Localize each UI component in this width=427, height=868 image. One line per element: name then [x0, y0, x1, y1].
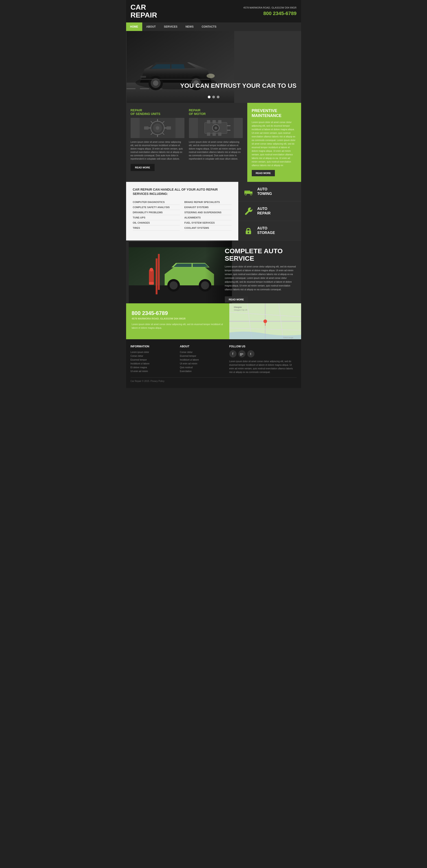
svg-point-59	[263, 319, 267, 323]
auto-list-col-right: BRAKE REPAIR SPECIALISTS EXHAUST SYSTEMS…	[185, 199, 232, 230]
list-item: TUNE-UPS	[133, 215, 180, 220]
complete-service-btn[interactable]: READ MORE	[225, 297, 248, 303]
contact-desc: Lorem ipsum dolor sit amet conse ctetur …	[132, 323, 224, 330]
footer-about-title: ABOUT	[180, 345, 225, 348]
auto-list-left: COMPUTER DIAGNOSTICS COMPLETE SAFETY ANA…	[133, 199, 180, 230]
list-item: Conse ctetur	[131, 354, 175, 358]
auto-list-col-left: COMPUTER DIAGNOSTICS COMPLETE SAFETY ANA…	[133, 199, 180, 230]
svg-rect-13	[140, 76, 146, 78]
services-maintenance: PREVENTIVE MAINTENANCE Lorem ipsum dolor…	[247, 103, 301, 182]
auto-list-right: BRAKE REPAIR SPECIALISTS EXHAUST SYSTEMS…	[185, 199, 232, 230]
contact-left: 800 2345-6789 4578 MARMORA ROAD, GLASGOW…	[126, 303, 229, 339]
footer-copyright: Car Repair © 2015. Privacy Policy	[131, 377, 297, 382]
svg-text:©2015 Google: ©2015 Google	[283, 337, 293, 339]
service-motor: REPAIR OF MOTOR	[189, 108, 243, 160]
service-card-towing: AUTOTOWING	[238, 182, 301, 202]
svg-rect-26	[212, 132, 216, 136]
svg-rect-2	[126, 88, 135, 89]
svg-point-8	[153, 81, 158, 86]
maintenance-desc: Lorem ipsum dolor sit amet conse ctetur …	[252, 121, 297, 167]
svg-rect-24	[218, 120, 222, 123]
svg-rect-41	[158, 254, 160, 290]
googleplus-button[interactable]: g+	[238, 350, 245, 358]
complete-service-title: COMPLETE AUTO SERVICE	[225, 247, 297, 262]
contact-section: 800 2345-6789 4578 MARMORA ROAD, GLASGOW…	[126, 303, 301, 339]
list-item: OIL CHANGES	[133, 220, 180, 225]
maintenance-title: PREVENTIVE MAINTENANCE	[252, 108, 297, 118]
footer-about-col: ABOUT Conse ctetur Eiusmod tempor Incidi…	[180, 345, 225, 374]
lock-icon	[243, 225, 254, 236]
truck-icon	[243, 186, 254, 197]
nav-about[interactable]: ABOUT	[142, 23, 160, 31]
service-card-storage: AUTOSTORAGE	[238, 221, 301, 241]
hero-section: YOU CAN ENTRUST YOUR CAR TO US	[126, 31, 301, 103]
list-item: Exercitation	[180, 369, 225, 373]
workshop-image	[126, 241, 235, 303]
list-item: Ut enim ad minim	[131, 369, 175, 373]
hero-dot-1[interactable]	[208, 96, 210, 98]
list-item: ALIGNMENTS	[185, 215, 232, 220]
hero-dot-2[interactable]	[212, 96, 215, 98]
hero-car-image	[126, 31, 235, 103]
header-contact: 4578 MARMORA ROAD, GLASGOW D04 89GR 800 …	[243, 6, 296, 16]
list-item: STEERING AND SUSPENSIONS	[185, 210, 232, 215]
list-item: COMPUTER DIAGNOSTICS	[133, 199, 180, 205]
list-item: Incididunt ut labore	[131, 362, 175, 366]
footer-info-title: INFORMATION	[131, 345, 175, 348]
service-sending-units: REPAIR OF SENDING UNITS	[131, 108, 185, 160]
twitter-button[interactable]: t	[247, 350, 255, 358]
read-more-button[interactable]: READ MORE	[131, 164, 155, 171]
svg-point-48	[150, 268, 153, 272]
list-item: Quis nostrud	[180, 366, 225, 369]
list-item: DRIVABILITY PROBLEMS	[133, 210, 180, 215]
contact-map: Glasgow Glasgow City UK ©2015 Google	[229, 303, 301, 339]
auto-list-cols: COMPUTER DIAGNOSTICS COMPLETE SAFETY ANA…	[133, 199, 232, 230]
svg-rect-27	[218, 132, 222, 136]
service2-image	[189, 118, 243, 138]
list-item: COOLANT SYSTEMS	[185, 225, 232, 230]
svg-point-33	[250, 193, 252, 195]
svg-point-17	[156, 126, 159, 130]
svg-rect-25	[207, 132, 210, 136]
repair-label: AUTOREPAIR	[257, 207, 271, 215]
nav-news[interactable]: NEWS	[182, 23, 198, 31]
service1-title: REPAIR OF SENDING UNITS	[131, 108, 185, 116]
service1-image	[131, 118, 185, 138]
footer-info-col: INFORMATION Lorem ipsum dolor Conse ctet…	[131, 345, 175, 374]
footer-info-list: Lorem ipsum dolor Conse ctetur Eiusmod t…	[131, 350, 175, 373]
list-item: Lorem ipsum dolor	[131, 350, 175, 354]
footer-about-list: Conse ctetur Eiusmod tempor Incididunt u…	[180, 350, 225, 373]
complete-service-content: COMPLETE AUTO SERVICE Lorem ipsum dolor …	[225, 247, 297, 303]
service-card-repair: AUTOREPAIR	[238, 202, 301, 221]
list-item: Ut enim ad minim	[180, 362, 225, 366]
service2-title: REPAIR OF MOTOR	[189, 108, 243, 116]
services-cols: REPAIR OF SENDING UNITS	[131, 108, 243, 160]
svg-rect-18	[144, 126, 149, 129]
facebook-button[interactable]: f	[229, 350, 236, 358]
auto-services-section: CAR REPAIR CAN HANDLE ALL OF YOUR AUTO R…	[126, 182, 301, 241]
svg-rect-40	[156, 258, 157, 294]
hero-tagline: YOU CAN ENTRUST YOUR CAR TO US	[180, 82, 297, 90]
maintenance-read-more[interactable]: READ MORE	[252, 170, 275, 176]
list-item: Eiusmod tempor	[180, 354, 225, 358]
service1-desc: Lorem ipsum dolor sit amet conse ctetur …	[131, 140, 185, 160]
complete-service-section: COMPLETE AUTO SERVICE Lorem ipsum dolor …	[126, 241, 301, 303]
list-item: EXHAUST SYSTEMS	[185, 205, 232, 210]
hero-dot-3[interactable]	[217, 96, 220, 98]
complete-service-desc: Lorem ipsum dolor sit amet conse ctetur …	[225, 265, 297, 291]
list-item: Eiusmod tempor	[131, 358, 175, 362]
services-left: REPAIR OF SENDING UNITS	[126, 103, 247, 182]
nav-contacts[interactable]: CONTACTS	[198, 23, 221, 31]
svg-rect-22	[207, 120, 210, 123]
auto-list: CAR REPAIR CAN HANDLE ALL OF YOUR AUTO R…	[126, 182, 238, 241]
services-section: REPAIR OF SENDING UNITS	[126, 103, 301, 182]
nav-services[interactable]: SERVICES	[160, 23, 181, 31]
svg-point-12	[206, 74, 215, 78]
footer-follow-col: FOLLOW US f g+ t Lorem ipsum dolor sit a…	[229, 345, 297, 374]
header-address: 4578 MARMORA ROAD, GLASGOW D04 89GR	[243, 6, 296, 9]
list-item: COMPLETE SAFETY ANALYSIS	[133, 205, 180, 210]
nav-home[interactable]: HOME	[126, 23, 142, 31]
header-phone: 800 2345-6789	[243, 10, 296, 17]
towing-label: AUTOTOWING	[257, 187, 272, 195]
storage-label: AUTOSTORAGE	[257, 226, 275, 235]
